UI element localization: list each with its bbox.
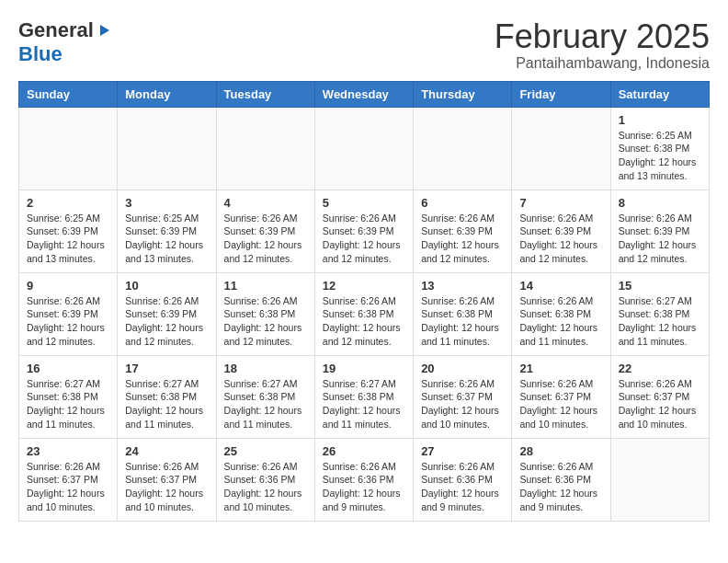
day-number: 24 — [125, 444, 208, 458]
calendar-table: Sunday Monday Tuesday Wednesday Thursday… — [18, 81, 710, 522]
day-number: 23 — [27, 444, 109, 458]
table-row: 4Sunrise: 6:26 AM Sunset: 6:39 PM Daylig… — [216, 190, 314, 272]
table-row: 2Sunrise: 6:25 AM Sunset: 6:39 PM Daylig… — [19, 190, 118, 272]
logo-blue-text: Blue — [18, 42, 63, 66]
day-info: Sunrise: 6:26 AM Sunset: 6:39 PM Dayligh… — [421, 212, 504, 266]
table-row — [118, 107, 216, 190]
day-number: 27 — [421, 444, 504, 458]
table-row: 15Sunrise: 6:27 AM Sunset: 6:38 PM Dayli… — [610, 272, 709, 355]
day-info: Sunrise: 6:26 AM Sunset: 6:38 PM Dayligh… — [323, 294, 405, 349]
day-number: 6 — [421, 196, 504, 210]
header-thursday: Thursday — [414, 81, 512, 107]
day-number: 17 — [125, 362, 208, 375]
table-row — [314, 107, 413, 190]
header-friday: Friday — [512, 81, 610, 107]
table-row: 14Sunrise: 6:26 AM Sunset: 6:38 PM Dayli… — [512, 272, 610, 355]
day-number: 21 — [519, 362, 602, 375]
calendar-week-row: 1Sunrise: 6:25 AM Sunset: 6:38 PM Daylig… — [19, 107, 710, 190]
table-row: 18Sunrise: 6:27 AM Sunset: 6:38 PM Dayli… — [216, 355, 314, 438]
day-number: 15 — [619, 279, 701, 293]
calendar-week-row: 23Sunrise: 6:26 AM Sunset: 6:37 PM Dayli… — [19, 438, 710, 521]
header-wednesday: Wednesday — [314, 81, 413, 107]
day-info: Sunrise: 6:26 AM Sunset: 6:38 PM Dayligh… — [421, 294, 504, 349]
day-number: 13 — [421, 279, 504, 293]
day-number: 16 — [27, 362, 109, 375]
table-row: 3Sunrise: 6:25 AM Sunset: 6:39 PM Daylig… — [118, 190, 216, 272]
table-row: 21Sunrise: 6:26 AM Sunset: 6:37 PM Dayli… — [512, 355, 610, 438]
table-row: 24Sunrise: 6:26 AM Sunset: 6:37 PM Dayli… — [118, 438, 216, 521]
day-info: Sunrise: 6:26 AM Sunset: 6:36 PM Dayligh… — [519, 460, 602, 514]
table-row: 20Sunrise: 6:26 AM Sunset: 6:37 PM Dayli… — [414, 355, 512, 438]
day-info: Sunrise: 6:27 AM Sunset: 6:38 PM Dayligh… — [125, 377, 208, 431]
day-info: Sunrise: 6:25 AM Sunset: 6:38 PM Dayligh… — [619, 129, 701, 183]
table-row — [414, 107, 512, 190]
day-info: Sunrise: 6:27 AM Sunset: 6:38 PM Dayligh… — [323, 377, 405, 431]
table-row — [512, 107, 610, 190]
day-number: 1 — [619, 113, 701, 127]
day-info: Sunrise: 6:26 AM Sunset: 6:39 PM Dayligh… — [27, 294, 109, 349]
calendar-week-row: 2Sunrise: 6:25 AM Sunset: 6:39 PM Daylig… — [19, 190, 710, 272]
header-saturday: Saturday — [610, 81, 709, 107]
day-info: Sunrise: 6:26 AM Sunset: 6:37 PM Dayligh… — [125, 460, 208, 514]
day-info: Sunrise: 6:26 AM Sunset: 6:39 PM Dayligh… — [125, 294, 208, 349]
day-number: 8 — [619, 196, 701, 210]
day-number: 9 — [27, 279, 109, 293]
table-row — [19, 107, 118, 190]
calendar-week-row: 9Sunrise: 6:26 AM Sunset: 6:39 PM Daylig… — [19, 272, 710, 355]
day-info: Sunrise: 6:27 AM Sunset: 6:38 PM Dayligh… — [619, 294, 701, 349]
day-number: 7 — [519, 196, 602, 210]
day-number: 11 — [224, 279, 307, 293]
table-row: 5Sunrise: 6:26 AM Sunset: 6:39 PM Daylig… — [314, 190, 413, 272]
table-row: 27Sunrise: 6:26 AM Sunset: 6:36 PM Dayli… — [414, 438, 512, 521]
table-row: 6Sunrise: 6:26 AM Sunset: 6:39 PM Daylig… — [414, 190, 512, 272]
day-number: 22 — [619, 362, 701, 375]
logo-general-text: General — [18, 18, 94, 42]
table-row: 11Sunrise: 6:26 AM Sunset: 6:38 PM Dayli… — [216, 272, 314, 355]
month-title: February 2025 — [495, 18, 710, 55]
table-row: 23Sunrise: 6:26 AM Sunset: 6:37 PM Dayli… — [19, 438, 118, 521]
day-number: 20 — [421, 362, 504, 375]
day-number: 5 — [323, 196, 405, 210]
day-number: 12 — [323, 279, 405, 293]
table-row: 1Sunrise: 6:25 AM Sunset: 6:38 PM Daylig… — [610, 107, 709, 190]
page-header: General Blue February 2025 Pantaihambawa… — [18, 18, 710, 72]
calendar-week-row: 16Sunrise: 6:27 AM Sunset: 6:38 PM Dayli… — [19, 355, 710, 438]
table-row: 16Sunrise: 6:27 AM Sunset: 6:38 PM Dayli… — [19, 355, 118, 438]
table-row: 19Sunrise: 6:27 AM Sunset: 6:38 PM Dayli… — [314, 355, 413, 438]
day-number: 14 — [519, 279, 602, 293]
day-info: Sunrise: 6:26 AM Sunset: 6:36 PM Dayligh… — [224, 460, 307, 514]
table-row — [610, 438, 709, 521]
table-row — [216, 107, 314, 190]
day-info: Sunrise: 6:26 AM Sunset: 6:38 PM Dayligh… — [519, 294, 602, 349]
logo: General Blue — [18, 18, 111, 66]
table-row: 12Sunrise: 6:26 AM Sunset: 6:38 PM Dayli… — [314, 272, 413, 355]
table-row: 25Sunrise: 6:26 AM Sunset: 6:36 PM Dayli… — [216, 438, 314, 521]
day-number: 3 — [125, 196, 208, 210]
header-monday: Monday — [118, 81, 216, 107]
table-row: 10Sunrise: 6:26 AM Sunset: 6:39 PM Dayli… — [118, 272, 216, 355]
table-row: 7Sunrise: 6:26 AM Sunset: 6:39 PM Daylig… — [512, 190, 610, 272]
table-row: 22Sunrise: 6:26 AM Sunset: 6:37 PM Dayli… — [610, 355, 709, 438]
day-number: 4 — [224, 196, 307, 210]
day-info: Sunrise: 6:26 AM Sunset: 6:38 PM Dayligh… — [224, 294, 307, 349]
table-row: 26Sunrise: 6:26 AM Sunset: 6:36 PM Dayli… — [314, 438, 413, 521]
day-info: Sunrise: 6:26 AM Sunset: 6:39 PM Dayligh… — [224, 212, 307, 266]
day-info: Sunrise: 6:26 AM Sunset: 6:36 PM Dayligh… — [323, 460, 405, 514]
day-info: Sunrise: 6:26 AM Sunset: 6:36 PM Dayligh… — [421, 460, 504, 514]
day-number: 28 — [519, 444, 602, 458]
header-sunday: Sunday — [19, 81, 118, 107]
day-number: 18 — [224, 362, 307, 375]
header-tuesday: Tuesday — [216, 81, 314, 107]
svg-marker-0 — [100, 25, 109, 36]
day-info: Sunrise: 6:27 AM Sunset: 6:38 PM Dayligh… — [224, 377, 307, 431]
day-number: 10 — [125, 279, 208, 293]
day-number: 2 — [27, 196, 109, 210]
day-info: Sunrise: 6:25 AM Sunset: 6:39 PM Dayligh… — [27, 212, 109, 266]
day-info: Sunrise: 6:26 AM Sunset: 6:37 PM Dayligh… — [519, 377, 602, 431]
day-number: 26 — [323, 444, 405, 458]
table-row: 17Sunrise: 6:27 AM Sunset: 6:38 PM Dayli… — [118, 355, 216, 438]
title-area: February 2025 Pantaihambawang, Indonesia — [495, 18, 710, 72]
day-number: 25 — [224, 444, 307, 458]
day-info: Sunrise: 6:26 AM Sunset: 6:37 PM Dayligh… — [27, 460, 109, 514]
day-info: Sunrise: 6:25 AM Sunset: 6:39 PM Dayligh… — [125, 212, 208, 266]
